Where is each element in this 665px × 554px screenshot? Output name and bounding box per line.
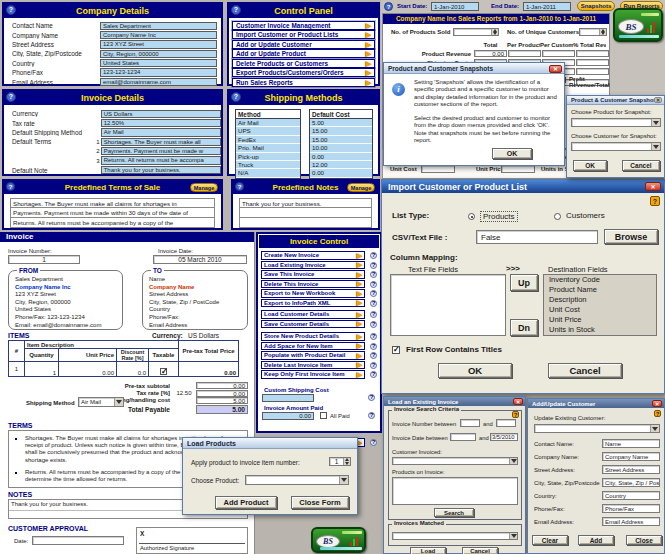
dest-field-item[interactable]: Product Name — [544, 285, 656, 295]
help-icon[interactable]: ? — [512, 411, 519, 418]
invoice-control-button[interactable]: Create New Invoice▶ — [261, 251, 365, 260]
field-value[interactable]: Shortages. The Buyer must make all — [101, 138, 221, 146]
invoice-control-button[interactable]: Save Customer Details▶ — [261, 320, 365, 329]
snapshots-button[interactable]: Snapshots — [577, 1, 615, 11]
to-line[interactable]: Company Name — [149, 284, 247, 292]
help-icon[interactable]: ? — [370, 321, 377, 328]
term-row[interactable]: Returns. All returns must be accompanied… — [10, 218, 215, 228]
chevron-down-icon[interactable] — [509, 458, 517, 464]
invoice-date-field[interactable]: 05 March 2010 — [153, 255, 247, 264]
method-cell[interactable]: Pick-up — [236, 153, 300, 161]
control-panel-button[interactable]: Add or Update Customer ▶ — [232, 40, 375, 49]
field-value[interactable]: City, Region, 000000 — [100, 50, 217, 58]
end-date-field[interactable]: 1-Jan-2011 — [523, 2, 571, 11]
field-value[interactable]: United States — [100, 59, 217, 67]
csv-file-field[interactable]: False — [476, 230, 598, 244]
chevron-down-icon[interactable] — [650, 425, 659, 432]
method-cell[interactable]: UPS — [236, 127, 300, 135]
item-discount[interactable]: 0.0 — [117, 362, 149, 377]
invoice-control-button[interactable]: Export to InfoPath XML▶ — [261, 299, 365, 308]
load-invoice-titlebar[interactable]: Load an Existing Invoice✕ — [384, 397, 525, 406]
source-fields-listbox[interactable] — [390, 274, 506, 336]
field-input[interactable]: Street Address — [602, 465, 660, 474]
control-panel-button[interactable]: Run Sales Reports ▶ — [232, 78, 375, 87]
field-value[interactable]: Company Name Inc — [100, 31, 217, 39]
help-icon[interactable]: ? — [654, 410, 661, 417]
help-icon[interactable]: ? — [370, 333, 377, 340]
import-dialog-titlebar[interactable]: Import Customer or Product List✕ — [382, 180, 664, 193]
first-row-checkbox[interactable] — [392, 346, 400, 354]
dn-button[interactable]: Dn — [510, 319, 538, 336]
item-qty[interactable]: 1 — [25, 362, 59, 377]
invoice-control-button[interactable]: Delete This Invoice▶ — [261, 280, 365, 289]
help-icon[interactable]: ? — [384, 2, 393, 11]
dest-field-item[interactable]: Inventory Code — [544, 275, 656, 285]
products-on-invoice-listbox[interactable] — [392, 477, 518, 505]
product-snapshot-dropdown[interactable] — [571, 118, 661, 127]
help-icon[interactable]: ? — [370, 439, 377, 446]
help-icon[interactable]: ? — [370, 352, 377, 359]
add-customer-titlebar[interactable]: Add/Update Customer✕ — [528, 399, 664, 408]
field-input[interactable]: Email Address — [602, 517, 660, 526]
cost-cell[interactable]: 10.00 — [310, 144, 372, 152]
number-to-field[interactable] — [496, 419, 516, 427]
taxable-checkbox[interactable] — [160, 368, 167, 375]
note-row[interactable] — [239, 208, 372, 218]
invoices-matched-combo[interactable] — [392, 532, 518, 540]
dest-field-item[interactable]: Unit Price — [544, 315, 656, 325]
cost-cell[interactable]: 0.00 — [310, 153, 372, 161]
method-cell[interactable]: Air Mail — [236, 119, 300, 127]
cancel-button[interactable]: Cancel — [548, 363, 622, 378]
field-value[interactable]: email@domainname.com — [100, 78, 217, 86]
field-value[interactable]: 12.50% — [101, 119, 221, 127]
spinner-icon[interactable] — [343, 458, 350, 465]
help-icon[interactable]: ? — [370, 343, 377, 350]
help-icon[interactable]: ? — [370, 300, 377, 307]
chevron-down-icon[interactable] — [114, 398, 123, 406]
cancel-button[interactable]: Cancel — [622, 160, 660, 171]
add-product-button[interactable]: Add Product — [215, 496, 277, 509]
method-cell[interactable]: N/A — [236, 169, 300, 177]
cost-cell[interactable]: 15.00 — [310, 136, 372, 144]
help-icon[interactable]: ? — [368, 394, 375, 401]
item-number-field[interactable]: 1 — [329, 457, 351, 466]
load-products-titlebar[interactable]: Load Products — [183, 438, 357, 449]
field-value[interactable]: 123 XYZ Street — [100, 40, 217, 48]
load-button[interactable]: Load — [410, 547, 446, 554]
close-icon[interactable]: ✕ — [513, 398, 523, 405]
to-line[interactable]: City, State, Zip / PostCode — [149, 299, 247, 307]
help-icon[interactable]: ? — [370, 362, 377, 369]
help-icon[interactable]: ? — [370, 262, 377, 269]
close-icon[interactable]: ✕ — [645, 182, 661, 191]
help-icon[interactable]: ? — [370, 371, 377, 378]
add-button[interactable]: Add — [578, 535, 614, 545]
invoice-control-button[interactable]: Store New Product Details▶ — [261, 332, 365, 341]
method-cell[interactable]: FedEx — [236, 136, 300, 144]
help-icon[interactable]: ? — [650, 196, 660, 206]
help-icon[interactable]: ? — [370, 281, 377, 288]
unique-customers-field[interactable] — [579, 28, 607, 36]
field-value[interactable]: Thank you for your business. — [101, 166, 221, 174]
term-row[interactable]: Payments. Payment must be made within 30… — [10, 208, 215, 218]
ok-button[interactable]: OK — [492, 148, 532, 159]
field-value[interactable]: Sales Department — [100, 22, 217, 30]
control-panel-button[interactable]: Customer Invoice Management ▶ — [232, 21, 375, 30]
field-input[interactable]: City, State, Zip / PostCode — [602, 478, 660, 487]
choose-product-combo[interactable] — [245, 475, 349, 485]
invoice-control-button[interactable]: Add Space for New Item▶ — [261, 342, 365, 351]
invoice-control-button[interactable]: Populate with Product Detail▶ — [261, 351, 365, 360]
invoice-control-button[interactable]: Save This Invoice▶ — [261, 270, 365, 279]
help-icon[interactable]: ? — [6, 92, 16, 102]
field-value[interactable]: US Dollars — [101, 110, 221, 118]
customers-radio[interactable] — [554, 213, 561, 220]
chevron-down-icon[interactable] — [651, 119, 660, 126]
chevron-down-icon[interactable] — [651, 143, 660, 150]
close-icon[interactable]: ✕ — [654, 97, 662, 103]
products-sold-field[interactable] — [453, 28, 499, 36]
customers-radio-label[interactable]: Customers — [566, 211, 605, 220]
to-line[interactable]: Phone/Fax: — [149, 314, 247, 322]
unit-cost-field[interactable] — [421, 165, 455, 173]
control-panel-button[interactable]: Import Customer or Product Lists ▶ — [232, 30, 375, 39]
dest-field-item[interactable]: Units in Stock — [544, 325, 656, 335]
ok-button[interactable]: OK — [573, 160, 607, 171]
